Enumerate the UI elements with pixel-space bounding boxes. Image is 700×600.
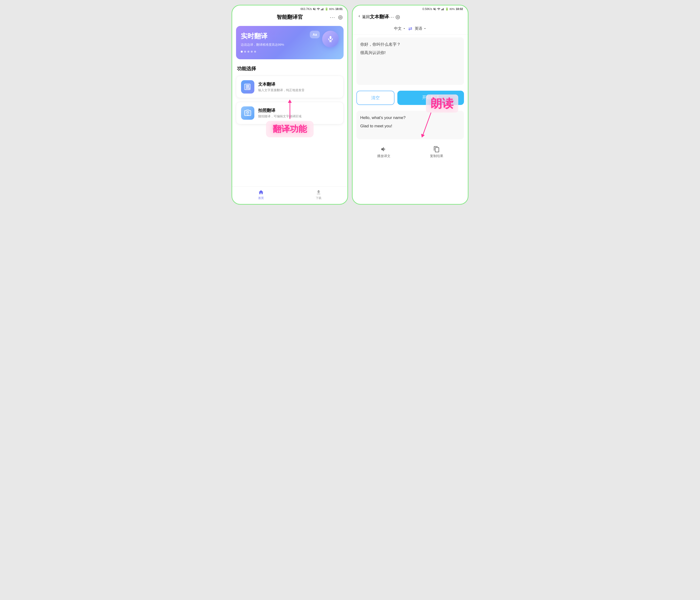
left-status-bar: 663.7K/s 🔋 80% 18:01 <box>232 5 347 12</box>
left-app-header: 智能翻译官 ··· ◎ <box>232 12 347 24</box>
lang-to-label: 英语 <box>415 26 422 31</box>
result-line-2: Glad to meet you! <box>360 123 460 129</box>
svg-rect-4 <box>329 36 331 39</box>
banner-dot-4 <box>251 51 253 53</box>
nav-home[interactable]: 首页 <box>232 189 290 200</box>
banner-dot-3 <box>247 51 249 53</box>
nav-download-label: 下载 <box>316 196 321 200</box>
lang-selector: 中文 ⇄ 英语 <box>353 23 468 34</box>
text-input-area[interactable]: 你好，你叫什么名字？ 很高兴认识你! <box>356 38 464 85</box>
mic-icon <box>322 31 339 47</box>
bottom-nav: 首页 下载 <box>232 186 347 204</box>
svg-rect-16 <box>444 8 444 10</box>
input-line-2: 很高兴认识你! <box>360 49 460 56</box>
result-line-1: Hello, what's your name? <box>360 115 460 121</box>
lang-swap-btn[interactable]: ⇄ <box>408 26 412 31</box>
left-header-icons: ··· ◎ <box>330 14 343 20</box>
right-target-icon[interactable]: ◎ <box>396 14 400 20</box>
right-status-icons: 🔋 80% <box>433 7 455 11</box>
svg-rect-2 <box>322 8 323 10</box>
feature-text-info: 文本翻译 输入文字直接翻译，纯正地道发音 <box>258 81 304 92</box>
right-more-icon[interactable]: ··· <box>389 14 394 20</box>
banner-dots <box>241 51 339 53</box>
lang-to-btn[interactable]: 英语 <box>415 26 427 31</box>
feature-photo-desc: 随拍随译，可编辑文字翻译区域 <box>258 114 301 119</box>
more-icon[interactable]: ··· <box>330 15 335 20</box>
text-icon-box: Aa <box>310 31 320 38</box>
right-speed: 0.58K/s <box>423 7 432 11</box>
right-header-icons: ··· ◎ <box>389 14 400 20</box>
feature-text-desc: 输入文字直接翻译，纯正地道发音 <box>258 88 304 92</box>
copy-action-label: 复制结果 <box>430 154 443 158</box>
banner-dot-2 <box>244 51 246 53</box>
nav-home-label: 首页 <box>258 196 264 200</box>
clear-button[interactable]: 清空 <box>356 91 395 105</box>
feature-photo-name: 拍照翻译 <box>258 107 301 113</box>
svg-rect-1 <box>322 9 322 10</box>
right-status-bar: 0.58K/s 🔋 80% 18:02 <box>353 5 468 12</box>
lang-from-label: 中文 <box>394 26 402 31</box>
target-icon[interactable]: ◎ <box>338 14 343 20</box>
right-battery: 🔋 <box>445 7 449 11</box>
svg-rect-13 <box>441 9 442 10</box>
feature-text-icon <box>241 80 254 94</box>
left-status-icons: 🔋 80% <box>312 7 334 11</box>
back-label: 返回 <box>362 15 370 19</box>
result-area: Hello, what's your name? Glad to meet yo… <box>356 111 464 139</box>
svg-text:Aa: Aa <box>247 114 249 116</box>
left-speed: 663.7K/s <box>301 7 312 11</box>
feature-text-name: 文本翻译 <box>258 81 304 87</box>
nav-download[interactable]: 下载 <box>290 189 347 200</box>
left-battery-pct: 80% <box>329 8 334 10</box>
translate-header: 返回 文本翻译 ··· ◎ <box>353 12 468 23</box>
result-actions-container: 播放译文 复制结果 朗读 <box>353 142 468 160</box>
banner: 实时翻译 边说边译，翻译精准度高达99% Aa <box>236 26 344 59</box>
section-title: 功能选择 <box>232 62 347 74</box>
play-action-label: 播放译文 <box>377 154 391 158</box>
right-time: 18:02 <box>456 7 463 11</box>
banner-dot-5 <box>254 51 256 53</box>
left-battery: 🔋 <box>325 7 328 11</box>
left-phone: 663.7K/s 🔋 80% 18:01 智能翻译官 ··· ◎ 实时翻译 边说… <box>231 5 348 205</box>
svg-rect-15 <box>443 8 443 10</box>
feature-photo-info: 拍照翻译 随拍随译，可编辑文字翻译区域 <box>258 107 301 119</box>
result-actions: 播放译文 复制结果 <box>353 142 468 160</box>
translate-page-title: 文本翻译 <box>370 14 389 20</box>
banner-right-icons: Aa <box>310 31 339 47</box>
action-buttons: 清空 开始翻译 <box>356 91 464 105</box>
input-line-1: 你好，你叫什么名字？ <box>360 41 460 48</box>
back-button[interactable]: 返回 <box>357 14 370 20</box>
feature-photo-icon: Aa <box>241 106 254 120</box>
lang-from-btn[interactable]: 中文 <box>394 26 406 31</box>
copy-action[interactable]: 复制结果 <box>430 146 443 158</box>
play-action[interactable]: 播放译文 <box>377 146 391 158</box>
right-phone: 0.58K/s 🔋 80% 18:02 返回 文本翻译 ··· ◎ 中文 ⇄ 英… <box>352 5 469 205</box>
translate-button[interactable]: 开始翻译 <box>397 91 464 105</box>
svg-rect-14 <box>442 9 443 10</box>
svg-rect-3 <box>323 8 324 10</box>
svg-rect-0 <box>321 9 321 10</box>
left-app-title: 智能翻译官 <box>277 14 303 21</box>
right-battery-pct: 80% <box>449 8 455 10</box>
left-time: 18:01 <box>335 7 343 11</box>
banner-dot-1 <box>241 51 243 53</box>
feature-text-translate[interactable]: 文本翻译 输入文字直接翻译，纯正地道发音 <box>236 76 344 98</box>
feature-photo-translate[interactable]: Aa 拍照翻译 随拍随译，可编辑文字翻译区域 <box>236 102 344 124</box>
